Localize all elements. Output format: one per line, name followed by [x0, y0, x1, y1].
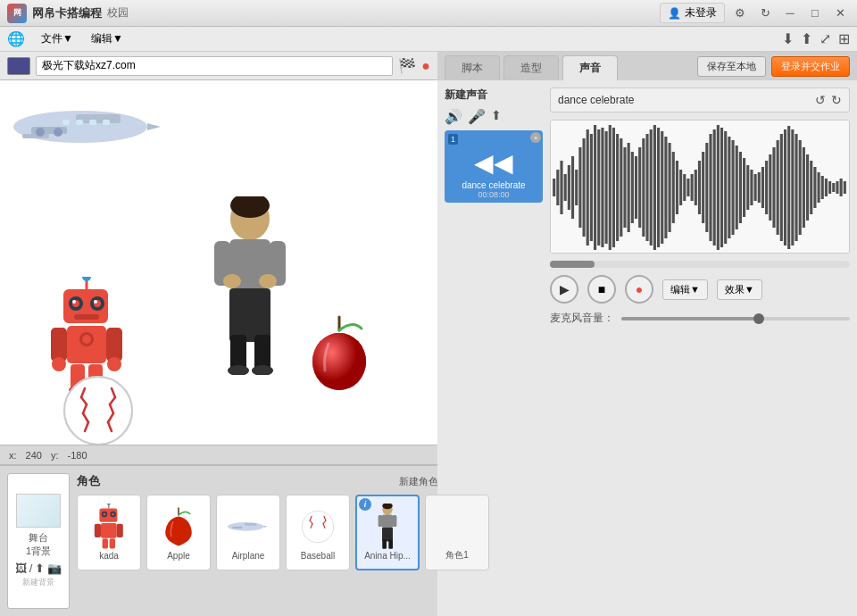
edit-menu[interactable]: 编辑▼ — [84, 29, 130, 49]
upload-sound-icon[interactable]: ⬆ — [491, 108, 502, 125]
new-character-label: 新建角色 — [399, 475, 438, 488]
settings-icon[interactable]: ⚙ — [730, 4, 750, 23]
close-button[interactable]: ✕ — [830, 4, 850, 23]
svg-rect-169 — [840, 179, 843, 196]
microphone-icon[interactable]: 🎤 — [468, 108, 486, 125]
char-item-kada[interactable]: kada — [77, 495, 141, 570]
save-local-button[interactable]: 保存至本地 — [697, 56, 766, 77]
minimize-button[interactable]: ─ — [780, 4, 800, 23]
sound-name-input[interactable] — [558, 94, 810, 106]
speaker-icon[interactable]: 🔊 — [445, 108, 462, 125]
apple-thumb-svg — [160, 505, 197, 548]
svg-rect-7 — [62, 120, 70, 125]
volume-handle[interactable] — [753, 313, 764, 324]
svg-rect-105 — [601, 128, 603, 247]
svg-rect-153 — [780, 134, 783, 241]
y-coord-label: y: — [51, 450, 59, 461]
green-flag-button[interactable]: 🏁 — [398, 57, 416, 74]
sound-panel: 新建声音 🔊 🎤 ⬆ 1 × ◀◀ dance celebrate 00:08:… — [437, 80, 857, 616]
char-thumb-apple — [157, 505, 200, 548]
svg-rect-164 — [821, 176, 824, 199]
stage-canvas[interactable] — [0, 80, 437, 445]
stop-button-sound[interactable]: ■ — [587, 275, 616, 304]
svg-rect-74 — [245, 523, 257, 526]
stage-thumbnail-panel[interactable]: 舞台1背景 🖼 / ⬆ 📷 新建背景 — [7, 473, 70, 609]
scene-camera-icon[interactable]: 📷 — [47, 562, 62, 575]
edit-dropdown[interactable]: 编辑▼ — [662, 279, 708, 300]
sound-item-dance[interactable]: 1 × ◀◀ dance celebrate 00:08:00 — [445, 130, 543, 203]
sound-editor: ↺ ↻ — [550, 87, 850, 609]
upload-icon[interactable]: ⬆ — [801, 30, 812, 47]
stage-mini-preview — [16, 494, 61, 528]
svg-rect-32 — [74, 314, 99, 320]
file-menu[interactable]: 文件▼ — [34, 29, 80, 49]
volume-slider[interactable] — [621, 317, 850, 320]
svg-rect-99 — [578, 147, 581, 228]
effect-dropdown[interactable]: 效果▼ — [717, 279, 762, 300]
download-icon[interactable]: ⬇ — [782, 30, 794, 47]
svg-rect-161 — [810, 161, 812, 214]
x-coord-value: 240 — [26, 450, 42, 461]
waveform-display[interactable] — [550, 120, 850, 254]
svg-rect-94 — [560, 161, 562, 214]
char-thumb-airplane — [227, 505, 270, 548]
svg-rect-126 — [679, 170, 682, 205]
progress-bar[interactable] — [550, 261, 850, 268]
char-name-apple: Apple — [167, 551, 190, 561]
fullscreen-icon[interactable]: ⤢ — [820, 30, 831, 47]
maximize-button[interactable]: □ — [805, 4, 825, 23]
play-button[interactable]: ▶ — [550, 275, 578, 304]
new-scene-label: 新建背景 — [22, 577, 54, 588]
new-sound-label: 新建声音 — [445, 87, 543, 103]
svg-rect-114 — [635, 156, 637, 219]
svg-point-24 — [82, 277, 91, 281]
sound-number: 1 — [448, 134, 458, 145]
char-item-role1[interactable]: 角色1 — [425, 495, 489, 570]
tab-script[interactable]: 脚本 — [445, 55, 500, 80]
char-item-anina[interactable]: i — [355, 495, 420, 570]
char-item-apple[interactable]: Apple — [146, 495, 211, 570]
stop-button[interactable]: ● — [421, 58, 430, 74]
char-item-baseball[interactable]: Baseball — [286, 495, 350, 570]
waveform-svg — [551, 121, 849, 254]
stage-thumbnail-small — [7, 57, 30, 75]
undo-button[interactable]: ↺ — [815, 93, 826, 107]
svg-rect-70 — [110, 538, 115, 548]
svg-rect-93 — [556, 170, 559, 205]
tab-shape[interactable]: 造型 — [503, 55, 559, 80]
layout-icon[interactable]: ⊞ — [838, 30, 850, 47]
app-title: 网帛卡搭编程 — [32, 5, 102, 21]
tab-sound[interactable]: 声音 — [562, 55, 618, 80]
svg-rect-151 — [772, 147, 775, 228]
scene-upload-icon[interactable]: ⬆ — [35, 562, 45, 575]
address-bar: 🏁 ● v452.1 — [0, 52, 437, 80]
svg-rect-89 — [382, 539, 387, 548]
char-thumb-baseball — [296, 505, 339, 548]
svg-point-30 — [72, 300, 76, 304]
refresh-icon[interactable]: ↻ — [755, 4, 775, 23]
char-item-airplane[interactable]: Airplane — [216, 495, 280, 570]
svg-rect-112 — [628, 143, 630, 232]
svg-rect-66 — [101, 523, 117, 538]
svg-rect-138 — [724, 131, 727, 244]
tabs-bar: 脚本 造型 声音 保存至本地 登录并交作业 — [437, 52, 857, 80]
scene-image-icon[interactable]: 🖼 — [15, 562, 27, 575]
record-button[interactable]: ● — [625, 275, 653, 304]
user-button[interactable]: 👤 未登录 — [660, 3, 725, 23]
redo-button[interactable]: ↻ — [831, 93, 842, 107]
svg-point-39 — [107, 357, 121, 371]
char-name-kada: kada — [99, 551, 119, 561]
anina-thumb-svg — [375, 504, 400, 550]
svg-rect-10 — [103, 120, 110, 125]
svg-rect-128 — [686, 179, 689, 196]
url-input[interactable] — [36, 56, 393, 76]
login-work-button[interactable]: 登录并交作业 — [771, 56, 850, 77]
svg-rect-165 — [825, 179, 828, 196]
sound-close-icon[interactable]: × — [530, 132, 541, 143]
globe-icon: 🌐 — [7, 30, 25, 47]
airplane-sprite — [13, 98, 165, 156]
scene-paint-icon[interactable]: / — [29, 562, 33, 575]
svg-point-31 — [94, 300, 97, 304]
svg-marker-1 — [147, 123, 161, 130]
sound-item-name: dance celebrate — [448, 180, 539, 190]
